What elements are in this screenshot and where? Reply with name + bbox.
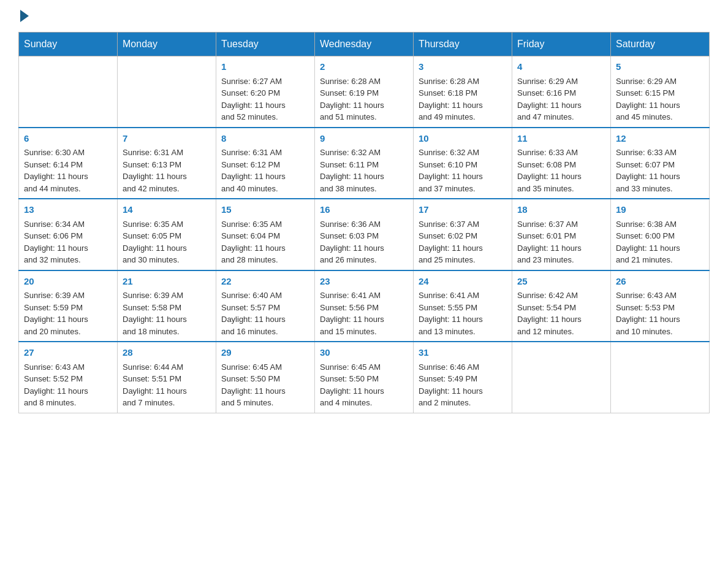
calendar-cell: 9Sunrise: 6:32 AMSunset: 6:11 PMDaylight… xyxy=(315,128,414,199)
calendar-cell: 11Sunrise: 6:33 AMSunset: 6:08 PMDayligh… xyxy=(512,128,611,199)
day-info-line: Sunset: 6:12 PM xyxy=(221,159,309,171)
weekday-header-monday: Monday xyxy=(118,33,216,56)
day-info-line: and 51 minutes. xyxy=(320,111,408,123)
day-info-line: Sunrise: 6:43 AM xyxy=(616,289,704,302)
day-info-line: and 33 minutes. xyxy=(616,183,704,195)
day-number: 11 xyxy=(517,132,605,146)
day-info-line: and 10 minutes. xyxy=(616,326,704,338)
day-info-line: Sunset: 6:04 PM xyxy=(221,230,309,242)
day-info-line: and 12 minutes. xyxy=(517,326,605,338)
day-info-line: Sunset: 5:50 PM xyxy=(320,373,408,385)
calendar-cell: 1Sunrise: 6:27 AMSunset: 6:20 PMDaylight… xyxy=(216,56,315,128)
day-info-line: and 15 minutes. xyxy=(320,326,408,338)
day-number: 27 xyxy=(24,346,112,360)
day-info-line: Sunrise: 6:31 AM xyxy=(221,147,309,159)
calendar-week-row: 27Sunrise: 6:43 AMSunset: 5:52 PMDayligh… xyxy=(19,342,710,413)
day-info-line: Daylight: 11 hours xyxy=(221,242,309,255)
day-number: 25 xyxy=(517,275,605,289)
calendar-cell: 20Sunrise: 6:39 AMSunset: 5:59 PMDayligh… xyxy=(19,270,118,342)
day-info-line: Daylight: 11 hours xyxy=(123,313,211,326)
day-info-line: Daylight: 11 hours xyxy=(517,242,605,255)
calendar-cell: 14Sunrise: 6:35 AMSunset: 6:05 PMDayligh… xyxy=(118,199,216,270)
day-info-line: Sunset: 5:55 PM xyxy=(419,302,507,314)
day-info-line: and 32 minutes. xyxy=(24,254,112,266)
day-info-line: Daylight: 11 hours xyxy=(123,385,211,397)
day-info-line: Sunset: 5:52 PM xyxy=(24,373,112,385)
page-header xyxy=(18,12,710,20)
calendar-cell: 4Sunrise: 6:29 AMSunset: 6:16 PMDaylight… xyxy=(512,56,611,128)
day-info-line: and 30 minutes. xyxy=(123,254,211,266)
day-info-line: Sunrise: 6:45 AM xyxy=(221,361,309,373)
day-info-line: Daylight: 11 hours xyxy=(419,385,507,397)
day-info-line: and 42 minutes. xyxy=(123,183,211,195)
day-info-line: Sunset: 5:49 PM xyxy=(419,373,507,385)
calendar-cell: 8Sunrise: 6:31 AMSunset: 6:12 PMDaylight… xyxy=(216,128,315,199)
calendar-cell: 17Sunrise: 6:37 AMSunset: 6:02 PMDayligh… xyxy=(414,199,512,270)
weekday-header-thursday: Thursday xyxy=(414,33,512,56)
day-number: 4 xyxy=(517,60,605,74)
day-info-line: Sunrise: 6:35 AM xyxy=(221,218,309,231)
day-info-line: Sunrise: 6:44 AM xyxy=(123,361,211,373)
day-info-line: Sunrise: 6:27 AM xyxy=(221,75,309,88)
calendar-cell: 22Sunrise: 6:40 AMSunset: 5:57 PMDayligh… xyxy=(216,270,315,342)
day-info-line: Sunrise: 6:33 AM xyxy=(517,147,605,159)
day-number: 8 xyxy=(221,132,309,146)
day-number: 20 xyxy=(24,275,112,289)
day-info-line: Sunset: 6:15 PM xyxy=(616,87,704,99)
day-info-line: Daylight: 11 hours xyxy=(221,313,309,326)
day-info-line: Daylight: 11 hours xyxy=(517,170,605,183)
day-info-line: and 16 minutes. xyxy=(221,326,309,338)
calendar-cell: 24Sunrise: 6:41 AMSunset: 5:55 PMDayligh… xyxy=(414,270,512,342)
day-info-line: Sunrise: 6:39 AM xyxy=(24,289,112,302)
logo xyxy=(18,12,29,20)
day-info-line: Sunrise: 6:30 AM xyxy=(24,147,112,159)
day-info-line: Sunrise: 6:46 AM xyxy=(419,361,507,373)
day-number: 9 xyxy=(320,132,408,146)
calendar-week-row: 6Sunrise: 6:30 AMSunset: 6:14 PMDaylight… xyxy=(19,128,710,199)
day-number: 23 xyxy=(320,275,408,289)
day-number: 17 xyxy=(419,203,507,217)
calendar-cell: 7Sunrise: 6:31 AMSunset: 6:13 PMDaylight… xyxy=(118,128,216,199)
calendar-cell xyxy=(118,56,216,128)
day-info-line: Sunrise: 6:31 AM xyxy=(123,147,211,159)
day-info-line: Sunset: 6:14 PM xyxy=(24,159,112,171)
calendar-cell: 5Sunrise: 6:29 AMSunset: 6:15 PMDaylight… xyxy=(611,56,710,128)
calendar-cell: 28Sunrise: 6:44 AMSunset: 5:51 PMDayligh… xyxy=(118,342,216,413)
day-info-line: Sunrise: 6:34 AM xyxy=(24,218,112,231)
day-info-line: Daylight: 11 hours xyxy=(24,242,112,255)
day-info-line: and 52 minutes. xyxy=(221,111,309,123)
day-number: 3 xyxy=(419,60,507,74)
day-info-line: and 18 minutes. xyxy=(123,326,211,338)
day-info-line: Daylight: 11 hours xyxy=(320,170,408,183)
calendar-week-row: 13Sunrise: 6:34 AMSunset: 6:06 PMDayligh… xyxy=(19,199,710,270)
day-info-line: Sunrise: 6:41 AM xyxy=(320,289,408,302)
calendar-cell: 23Sunrise: 6:41 AMSunset: 5:56 PMDayligh… xyxy=(315,270,414,342)
day-number: 24 xyxy=(419,275,507,289)
day-number: 19 xyxy=(616,203,704,217)
day-info-line: and 23 minutes. xyxy=(517,254,605,266)
day-info-line: Sunset: 5:58 PM xyxy=(123,302,211,314)
day-info-line: Daylight: 11 hours xyxy=(419,99,507,112)
day-info-line: Sunset: 6:20 PM xyxy=(221,87,309,99)
day-number: 30 xyxy=(320,346,408,360)
day-info-line: Daylight: 11 hours xyxy=(517,313,605,326)
day-number: 12 xyxy=(616,132,704,146)
day-info-line: and 8 minutes. xyxy=(24,397,112,409)
day-info-line: Sunset: 5:53 PM xyxy=(616,302,704,314)
calendar-cell: 26Sunrise: 6:43 AMSunset: 5:53 PMDayligh… xyxy=(611,270,710,342)
day-info-line: Daylight: 11 hours xyxy=(320,385,408,397)
day-info-line: and 40 minutes. xyxy=(221,183,309,195)
day-number: 13 xyxy=(24,203,112,217)
calendar-cell: 30Sunrise: 6:45 AMSunset: 5:50 PMDayligh… xyxy=(315,342,414,413)
day-info-line: Daylight: 11 hours xyxy=(24,385,112,397)
day-info-line: Sunset: 6:00 PM xyxy=(616,230,704,242)
day-info-line: and 45 minutes. xyxy=(616,111,704,123)
day-info-line: Sunset: 6:05 PM xyxy=(123,230,211,242)
day-info-line: Sunrise: 6:28 AM xyxy=(320,75,408,88)
day-info-line: Daylight: 11 hours xyxy=(320,313,408,326)
day-info-line: Daylight: 11 hours xyxy=(24,313,112,326)
day-info-line: Sunset: 6:16 PM xyxy=(517,87,605,99)
day-info-line: Sunrise: 6:38 AM xyxy=(616,218,704,231)
day-info-line: Daylight: 11 hours xyxy=(616,170,704,183)
day-number: 29 xyxy=(221,346,309,360)
